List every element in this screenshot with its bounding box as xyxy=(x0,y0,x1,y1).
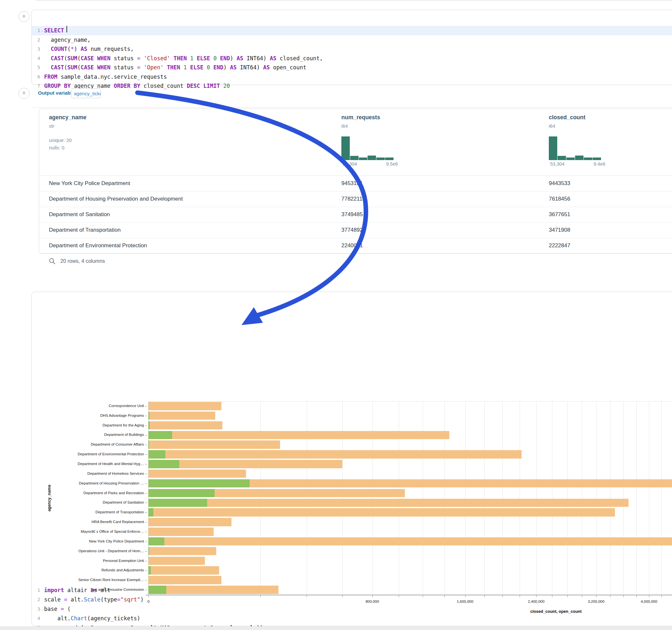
line-number: 2 xyxy=(32,595,40,604)
code-line[interactable]: 1⌄SELECT xyxy=(32,26,672,35)
code-token xyxy=(44,63,51,72)
category-tick xyxy=(145,435,147,436)
code-token: CASE xyxy=(81,54,94,63)
category-label: New York City Police Department xyxy=(40,539,144,543)
code-token: SUM xyxy=(67,54,77,63)
table-cell: 2222847 xyxy=(549,238,570,253)
histogram-max-label: 9.5e6 xyxy=(386,162,398,167)
code-token: AS xyxy=(263,63,270,72)
table-row[interactable]: Department of Environmental Protection22… xyxy=(39,238,672,254)
sql-cell[interactable]: 1⌄SELECT2 agency_name,3 COUNT(*) AS num_… xyxy=(31,10,672,85)
code-line[interactable]: 5 CAST(SUM(CASE WHEN status = 'Open' THE… xyxy=(32,63,672,72)
x-axis-tick-label: 3,200,000 xyxy=(577,600,616,603)
sql-code-editor[interactable]: 1⌄SELECT2 agency_name,3 COUNT(*) AS num_… xyxy=(32,26,672,91)
bar-closed-count xyxy=(148,537,672,546)
x-axis-tick-label: 800,000 xyxy=(353,600,392,603)
code-token: ( xyxy=(77,63,80,72)
chart-gridline xyxy=(536,401,536,595)
code-line[interactable]: 4 CAST(SUM(CASE WHEN status = 'Closed' T… xyxy=(32,54,672,63)
table-row[interactable]: Department of Sanitation37494853677651 xyxy=(39,207,672,223)
code-token xyxy=(210,63,213,72)
code-line[interactable]: 6FROM sample_data.nyc.service_requests xyxy=(32,72,672,82)
x-axis-tick xyxy=(661,595,662,597)
histogram-bar xyxy=(341,137,350,160)
table-cell: 9453131 xyxy=(341,176,363,191)
x-axis-tick xyxy=(552,595,552,597)
previous-cell-edge xyxy=(35,0,672,1)
table-row[interactable]: Department of Housing Preservation and D… xyxy=(39,191,672,207)
histogram-min-label: 53,304 xyxy=(343,162,357,167)
code-token: SELECT xyxy=(44,26,64,35)
code-token: = xyxy=(61,604,64,614)
code-token: 'Closed' xyxy=(144,54,170,63)
code-token xyxy=(94,54,97,63)
text-cursor xyxy=(67,26,67,32)
fold-chevron-icon[interactable]: ⌄ xyxy=(40,604,44,614)
code-token: AS xyxy=(230,63,236,72)
bar-open-count xyxy=(148,508,153,516)
code-token: ) xyxy=(223,63,230,72)
code-token xyxy=(210,54,213,63)
bar-closed-count xyxy=(148,576,221,584)
fold-chevron-icon[interactable]: ⌄ xyxy=(40,26,44,35)
x-axis-tick-label: 2,400,000 xyxy=(517,600,556,603)
column-header-agency_name[interactable]: agency_namestrunique: 20nulls: 0 xyxy=(49,109,166,175)
category-tick xyxy=(145,426,147,426)
histogram-bar xyxy=(566,158,575,160)
table-row[interactable]: Department of Transportation377489234719… xyxy=(39,222,672,238)
histogram-bar xyxy=(557,156,566,160)
code-token xyxy=(187,54,190,63)
category-label: Refunds and Adjustments xyxy=(40,568,144,572)
x-axis-tick xyxy=(520,595,520,597)
table-row[interactable]: New York City Police Department945313194… xyxy=(39,176,672,192)
code-token: CASE xyxy=(81,63,94,72)
chart-gridline xyxy=(260,401,261,595)
x-axis-tick-label: 4,000,000 xyxy=(629,600,668,603)
code-token: ) xyxy=(74,44,80,54)
fold-spacer xyxy=(40,72,44,82)
line-number: 4 xyxy=(32,614,40,623)
column-dtype: i64 xyxy=(549,123,555,129)
search-icon[interactable] xyxy=(49,258,56,265)
code-token: THEN xyxy=(167,63,180,72)
python-cell[interactable]: 1import altair as alt2scale = alt.Scale(… xyxy=(31,292,672,626)
bar-closed-count xyxy=(148,586,279,594)
bar-closed-count xyxy=(148,518,232,526)
code-token: 0 xyxy=(207,63,210,72)
bar-closed-count xyxy=(148,557,205,565)
bar-closed-count xyxy=(148,402,221,410)
code-token: ( xyxy=(64,63,67,72)
python-code-editor[interactable]: 1import altair as alt2scale = alt.Scale(… xyxy=(32,586,672,630)
x-axis-tick xyxy=(465,595,465,597)
x-axis-tick xyxy=(610,595,610,597)
category-label: Senior Citizen Rent Increase Exempti… xyxy=(40,578,144,582)
code-token: INT64) xyxy=(243,54,270,63)
chart-gridline xyxy=(582,401,582,595)
code-token xyxy=(220,81,223,91)
column-header-closed_count[interactable]: closed_counti6453,3049.4e6 xyxy=(549,109,666,175)
code-line[interactable]: 7GROUP BY agency_name ORDER BY closed_co… xyxy=(32,81,672,91)
code-token: 'Open' xyxy=(144,63,163,72)
histogram-bar xyxy=(385,158,393,160)
add-cell-button-output[interactable]: + xyxy=(19,88,29,99)
chart-gridline xyxy=(520,401,520,595)
output-variable-input[interactable]: agency_tickets xyxy=(71,89,101,98)
code-line[interactable]: 2scale = alt.Scale(type="sqrt") xyxy=(32,595,672,604)
code-token xyxy=(164,63,167,72)
bar-closed-count xyxy=(148,528,214,536)
code-line[interactable]: 2 agency_name, xyxy=(32,35,672,45)
category-label: Department of Parks and Recreation xyxy=(40,491,144,495)
category-tick xyxy=(145,561,147,561)
table-cell: New York City Police Department xyxy=(49,176,130,191)
table-cell: 9443533 xyxy=(549,176,570,191)
code-token: * xyxy=(71,44,74,54)
column-header-num_requests[interactable]: num_requestsi6453,3049.5e6 xyxy=(341,109,458,175)
code-token: ORDER BY xyxy=(114,81,140,91)
section-divider xyxy=(31,107,672,107)
histogram-bar xyxy=(376,158,385,160)
code-line[interactable]: 3 COUNT(*) AS num_requests, xyxy=(32,44,672,54)
code-line[interactable]: 4 alt.Chart(agency_tickets) xyxy=(32,614,672,623)
code-token: THEN xyxy=(173,54,187,63)
code-token: = xyxy=(137,54,140,63)
add-cell-button-top[interactable]: + xyxy=(19,11,29,22)
